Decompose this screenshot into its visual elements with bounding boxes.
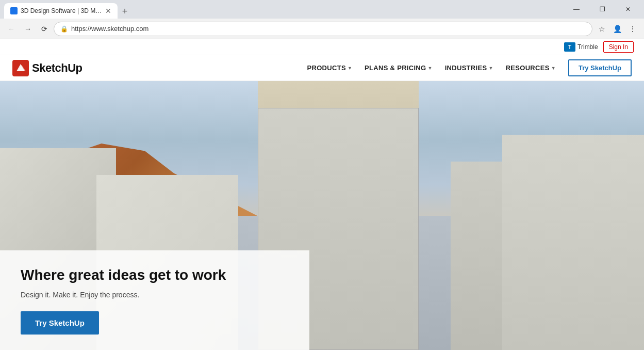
tab-bar: 3D Design Software | 3D Model... ✕ + — [4, 0, 132, 19]
hero-content-overlay: Where great ideas get to work Design it.… — [0, 250, 309, 350]
nav-products[interactable]: PRODUCTS ▼ — [303, 61, 357, 75]
logo-icon — [12, 60, 29, 76]
lock-icon: 🔒 — [60, 25, 68, 33]
trimble-icon: T — [564, 42, 575, 52]
close-button[interactable]: ✕ — [616, 1, 640, 18]
hero-title: Where great ideas get to work — [21, 266, 289, 284]
hero-subtitle: Design it. Make it. Enjoy the process. — [21, 291, 289, 299]
hero-cta-button[interactable]: Try SketchUp — [21, 311, 99, 335]
resources-chevron-icon: ▼ — [551, 66, 556, 71]
logo-text: SketchUp — [32, 61, 82, 75]
bookmark-button[interactable]: ☆ — [595, 22, 609, 36]
trimble-name: Trimble — [577, 43, 598, 51]
tab-favicon — [10, 7, 18, 14]
restore-button[interactable]: ❐ — [590, 1, 614, 18]
browser-toolbar: ← → ⟳ 🔒 https://www.sketchup.com ☆ 👤 ⋮ — [0, 19, 644, 39]
tab-title: 3D Design Software | 3D Model... — [21, 7, 102, 14]
nav-links: PRODUCTS ▼ PLANS & PRICING ▼ INDUSTRIES … — [303, 61, 560, 75]
menu-button[interactable]: ⋮ — [625, 22, 640, 36]
tab-close-icon[interactable]: ✕ — [105, 7, 111, 15]
address-bar[interactable]: 🔒 https://www.sketchup.com — [54, 22, 592, 36]
browser-frame: 3D Design Software | 3D Model... ✕ + — ❐… — [0, 0, 644, 350]
nav-resources-label: RESOURCES — [506, 64, 550, 72]
browser-titlebar: 3D Design Software | 3D Model... ✕ + — ❐… — [0, 0, 644, 19]
nav-resources[interactable]: RESOURCES ▼ — [502, 61, 560, 75]
site-header: T Trimble Sign In SketchUp — [0, 39, 644, 81]
site-topbar: T Trimble Sign In — [0, 39, 644, 55]
website: T Trimble Sign In SketchUp — [0, 39, 644, 350]
address-text: https://www.sketchup.com — [71, 25, 586, 33]
nav-plans-pricing[interactable]: PLANS & PRICING ▼ — [360, 61, 437, 75]
browser-tab[interactable]: 3D Design Software | 3D Model... ✕ — [4, 3, 118, 19]
industries-chevron-icon: ▼ — [488, 66, 493, 71]
nav-industries-label: INDUSTRIES — [445, 64, 487, 72]
nav-industries[interactable]: INDUSTRIES ▼ — [441, 61, 498, 75]
new-tab-button[interactable]: + — [118, 4, 132, 19]
nav-products-label: PRODUCTS — [307, 64, 346, 72]
titlebar-controls: — ❐ ✕ — [565, 1, 640, 18]
hero-section: Where great ideas get to work Design it.… — [0, 81, 644, 350]
plans-chevron-icon: ▼ — [427, 66, 432, 71]
building-right-1 — [502, 135, 644, 350]
profile-button[interactable]: 👤 — [610, 22, 624, 36]
site-nav: SketchUp PRODUCTS ▼ PLANS & PRICING ▼ IN… — [0, 55, 644, 81]
toolbar-actions: ☆ 👤 ⋮ — [595, 22, 640, 36]
trimble-logo: T Trimble — [564, 42, 598, 52]
reload-button[interactable]: ⟳ — [37, 22, 52, 36]
try-sketchup-nav-button[interactable]: Try SketchUp — [568, 59, 632, 76]
nav-plans-label: PLANS & PRICING — [365, 64, 426, 72]
back-button[interactable]: ← — [4, 22, 19, 36]
forward-button[interactable]: → — [21, 22, 35, 36]
minimize-button[interactable]: — — [565, 1, 588, 18]
site-logo[interactable]: SketchUp — [12, 60, 82, 76]
products-chevron-icon: ▼ — [348, 66, 352, 71]
sign-in-button[interactable]: Sign In — [603, 41, 634, 53]
